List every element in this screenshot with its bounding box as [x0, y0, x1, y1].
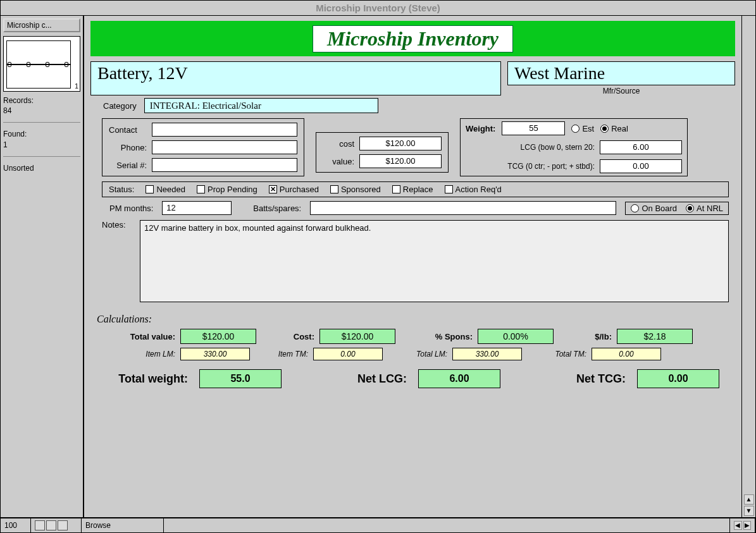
pm-months-label: PM months: — [109, 204, 153, 213]
serial-field[interactable] — [152, 158, 297, 172]
net-tcg-label: Net TCG: — [512, 372, 626, 386]
cost-field[interactable]: $120.00 — [359, 137, 442, 150]
batts-field[interactable] — [310, 201, 616, 215]
contact-field[interactable] — [152, 123, 297, 137]
tool-icon[interactable] — [46, 520, 56, 530]
net-tcg: 0.00 — [637, 369, 719, 388]
cost-label: cost — [323, 139, 354, 149]
banner: Microship Inventory — [90, 21, 735, 56]
vertical-scrollbar[interactable]: ▲ ▼ — [741, 16, 755, 517]
rolodex-index: 1 — [75, 82, 78, 90]
status-checkbox-sponsored[interactable]: Sponsored — [330, 185, 381, 194]
category-label: Category — [103, 101, 137, 111]
sort-state[interactable]: Unsorted — [3, 162, 80, 175]
value-field[interactable]: $120.00 — [359, 154, 442, 168]
sidebar: Microship c... 1 Records: 84 Found: 1 Un… — [1, 16, 84, 517]
status-checkbox-action-req-d[interactable]: Action Req'd — [445, 185, 502, 194]
total-weight: 55.0 — [199, 369, 282, 388]
net-lcg-label: Net LCG: — [293, 372, 407, 386]
mfr-label: Mfr/Source — [507, 87, 735, 95]
per-lb-label: $/lb: — [567, 332, 612, 341]
window-title: Microship Inventory (Steve) — [1, 1, 755, 16]
item-tm: 0.00 — [313, 348, 383, 360]
loc-onboard-radio[interactable]: On Board — [631, 204, 677, 213]
item-name-field[interactable]: Battery, 12V — [90, 61, 501, 95]
weight-est-radio[interactable]: Est — [571, 124, 594, 133]
weight-field[interactable]: 55 — [502, 121, 565, 135]
content-row: Microship c... 1 Records: 84 Found: 1 Un… — [1, 16, 755, 517]
scroll-down-icon[interactable]: ▼ — [744, 506, 754, 516]
status-row: Status: NeededProp Pending✕PurchasedSpon… — [102, 181, 729, 197]
record-rolodex[interactable]: 1 — [3, 36, 80, 92]
total-lm-label: Total LM: — [390, 350, 447, 358]
pct-spons: 0.00% — [478, 329, 554, 344]
contact-label: Contact — [109, 125, 147, 135]
status-label: Status: — [109, 185, 134, 194]
tcg-label: TCG (0 ctr; - port; + stbd): — [466, 162, 595, 171]
statusbar-tools[interactable] — [31, 518, 82, 532]
total-tm-label: Total TM: — [530, 350, 586, 358]
total-lm: 330.00 — [452, 348, 522, 360]
phone-field[interactable] — [152, 140, 297, 154]
tool-icon[interactable] — [35, 520, 45, 530]
status-bar: 100 Browse ◀ ▶ — [1, 517, 755, 532]
pm-months-field[interactable]: 12 — [162, 201, 232, 215]
item-lm: 330.00 — [180, 348, 250, 360]
value-label: value: — [323, 157, 354, 166]
calc-cost-label: Cost: — [270, 332, 314, 341]
statusbar-spacer — [164, 518, 730, 532]
calc-cost: $120.00 — [319, 329, 395, 344]
scroll-up-icon[interactable]: ▲ — [744, 494, 754, 505]
net-lcg: 6.00 — [418, 369, 500, 388]
calculations-heading: Calculations: — [97, 314, 729, 325]
scroll-left-icon[interactable]: ◀ — [734, 521, 742, 530]
mode-indicator[interactable]: Browse — [82, 518, 164, 532]
zoom-level[interactable]: 100 — [1, 518, 31, 532]
batts-label: Batts/spares: — [253, 204, 301, 213]
total-weight-label: Total weight: — [99, 372, 188, 386]
money-group: cost $120.00 value: $120.00 — [316, 132, 449, 173]
location-group: On Board At NRL — [625, 202, 729, 215]
lcg-label: LCG (bow 0, stern 20: — [466, 143, 595, 152]
pct-spons-label: % Spons: — [409, 332, 473, 341]
total-tm: 0.00 — [592, 348, 661, 360]
item-lm-label: Item LM: — [99, 350, 175, 358]
layout-popup-button[interactable]: Microship c... — [3, 18, 80, 32]
weight-group: Weight: 55 Est Real LCG (bow 0, stern 20… — [460, 118, 688, 176]
lcg-field[interactable]: 6.00 — [600, 140, 682, 154]
serial-label: Serial #: — [109, 161, 147, 170]
total-value: $120.00 — [180, 329, 256, 344]
total-value-label: Total value: — [99, 332, 175, 341]
main-form: Microship Inventory Battery, 12V West Ma… — [84, 16, 741, 517]
tool-icon[interactable] — [58, 520, 68, 530]
scroll-right-icon[interactable]: ▶ — [743, 521, 752, 530]
found-meta: Found: 1 — [3, 128, 80, 150]
status-checkbox-needed[interactable]: Needed — [146, 185, 185, 194]
item-tm-label: Item TM: — [257, 350, 308, 358]
horizontal-scrollbar[interactable]: ◀ ▶ — [730, 518, 755, 532]
contact-group: Contact Phone: Serial #: — [102, 118, 304, 176]
weight-real-radio[interactable]: Real — [600, 124, 628, 133]
app-window: Microship Inventory (Steve) Microship c.… — [0, 0, 756, 533]
per-lb: $2.18 — [617, 329, 693, 344]
status-checkbox-prop-pending[interactable]: Prop Pending — [197, 185, 257, 194]
records-meta: Records: 84 — [3, 94, 80, 117]
phone-label: Phone: — [109, 143, 147, 152]
tcg-field[interactable]: 0.00 — [600, 159, 682, 173]
loc-atnrl-radio[interactable]: At NRL — [686, 204, 723, 213]
weight-label: Weight: — [466, 124, 495, 133]
banner-title: Microship Inventory — [313, 25, 513, 52]
mfr-field[interactable]: West Marine — [507, 61, 735, 85]
category-field[interactable]: INTEGRAL: Electrical/Solar — [144, 98, 378, 113]
notes-label: Notes: — [102, 220, 133, 302]
status-checkbox-purchased[interactable]: ✕Purchased — [269, 185, 319, 194]
notes-field[interactable] — [140, 220, 729, 302]
status-checkbox-replace[interactable]: Replace — [392, 185, 433, 194]
